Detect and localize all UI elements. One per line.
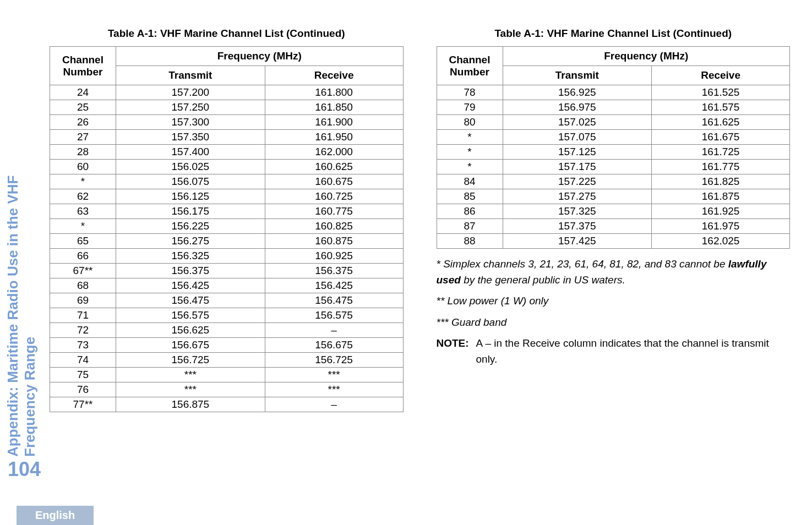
- cell-rx: 162.025: [652, 234, 790, 249]
- col-header-channel: Channel Number: [437, 47, 503, 85]
- cell-rx: 156.675: [265, 338, 403, 353]
- cell-rx: 161.925: [652, 204, 790, 219]
- cell-ch: 86: [437, 204, 503, 219]
- note-label: NOTE:: [437, 336, 476, 367]
- table-row: *156.075160.675: [50, 174, 404, 189]
- table-row: 71156.575156.575: [50, 308, 404, 323]
- table-row: 80157.025161.625: [437, 115, 790, 130]
- cell-rx: 161.625: [652, 115, 790, 130]
- footnote-guardband: *** Guard band: [437, 315, 791, 331]
- cell-tx: 157.225: [503, 174, 652, 189]
- cell-ch: *: [50, 219, 116, 234]
- cell-rx: 161.975: [652, 219, 790, 234]
- cell-ch: 27: [50, 130, 116, 145]
- cell-rx: 161.525: [652, 85, 790, 100]
- cell-rx: 161.800: [265, 85, 403, 100]
- table-row: 87157.375161.975: [437, 219, 790, 234]
- table-row: *157.075161.675: [437, 130, 790, 145]
- cell-tx: 156.075: [116, 174, 265, 189]
- table-row: 24157.200161.800: [50, 85, 404, 100]
- cell-rx: 160.825: [265, 219, 403, 234]
- cell-tx: 157.325: [503, 204, 652, 219]
- footnote-lowpower: ** Low power (1 W) only: [437, 293, 791, 309]
- cell-ch: 60: [50, 160, 116, 174]
- cell-tx: 157.075: [503, 130, 652, 145]
- col-header-transmit: Transmit: [503, 66, 652, 85]
- right-column: Table A-1: VHF Marine Channel List (Cont…: [437, 28, 791, 412]
- cell-tx: 156.325: [116, 249, 265, 264]
- table-row: 77**156.875–: [50, 397, 404, 412]
- table-row: 27157.350161.950: [50, 130, 404, 145]
- footnote-simplex-c: by the general public in US waters.: [461, 274, 625, 286]
- table-row: 67**156.375156.375: [50, 264, 404, 278]
- table-row: 78156.925161.525: [437, 85, 790, 100]
- cell-ch: 24: [50, 85, 116, 100]
- cell-ch: 75: [50, 368, 116, 382]
- page-number: 104: [8, 458, 41, 481]
- cell-tx: 156.425: [116, 278, 265, 293]
- table-row: *156.225160.825: [50, 219, 404, 234]
- col-header-receive: Receive: [265, 66, 403, 85]
- cell-tx: 156.575: [116, 308, 265, 323]
- cell-rx: 161.900: [265, 115, 403, 130]
- cell-rx: 160.875: [265, 234, 403, 249]
- table-row: 25157.250161.850: [50, 100, 404, 115]
- table-row: 74156.725156.725: [50, 353, 404, 368]
- cell-tx: 157.125: [503, 145, 652, 160]
- cell-rx: 160.775: [265, 204, 403, 219]
- sidebar: Appendix: Maritime Radio Use in the VHF …: [0, 0, 39, 525]
- cell-tx: 156.175: [116, 204, 265, 219]
- table-row: 75******: [50, 368, 404, 382]
- col-header-frequency: Frequency (MHz): [503, 47, 790, 66]
- table-row: 69156.475156.475: [50, 293, 404, 308]
- cell-tx: 156.225: [116, 219, 265, 234]
- table-row: 65156.275160.875: [50, 234, 404, 249]
- cell-ch: 71: [50, 308, 116, 323]
- cell-ch: 67**: [50, 264, 116, 278]
- cell-tx: 156.125: [116, 189, 265, 204]
- table-row: 79156.975161.575: [437, 100, 790, 115]
- cell-rx: 160.675: [265, 174, 403, 189]
- col-header-transmit: Transmit: [116, 66, 265, 85]
- cell-ch: 66: [50, 249, 116, 264]
- cell-rx: 161.675: [652, 130, 790, 145]
- cell-tx: 157.300: [116, 115, 265, 130]
- cell-rx: 162.000: [265, 145, 403, 160]
- table-row: 86157.325161.925: [437, 204, 790, 219]
- cell-tx: 157.425: [503, 234, 652, 249]
- cell-rx: 160.925: [265, 249, 403, 264]
- cell-tx: 156.375: [116, 264, 265, 278]
- note-body: A – in the Receive column indicates that…: [476, 336, 791, 367]
- table-row: 84157.225161.825: [437, 174, 790, 189]
- cell-rx: 161.575: [652, 100, 790, 115]
- footnote-simplex-a: * Simplex channels 3, 21, 23, 61, 64, 81…: [437, 258, 728, 270]
- cell-rx: 156.425: [265, 278, 403, 293]
- table-row: 62156.125160.725: [50, 189, 404, 204]
- cell-tx: 156.625: [116, 323, 265, 338]
- cell-ch: 80: [437, 115, 503, 130]
- table-row: 72156.625–: [50, 323, 404, 338]
- cell-rx: 156.725: [265, 353, 403, 368]
- footnotes-block: * Simplex channels 3, 21, 23, 61, 64, 81…: [437, 256, 791, 367]
- cell-tx: 156.275: [116, 234, 265, 249]
- cell-tx: 157.275: [503, 189, 652, 204]
- cell-rx: ***: [265, 368, 403, 382]
- cell-ch: 25: [50, 100, 116, 115]
- section-title-line1: Appendix: Maritime Radio Use in the VHF: [4, 176, 21, 457]
- channel-table-right: Channel Number Frequency (MHz) Transmit …: [437, 46, 791, 249]
- cell-rx: 160.725: [265, 189, 403, 204]
- cell-rx: –: [265, 397, 403, 412]
- cell-ch: 63: [50, 204, 116, 219]
- cell-tx: 156.975: [503, 100, 652, 115]
- col-header-channel: Channel Number: [50, 47, 116, 85]
- cell-rx: ***: [265, 382, 403, 397]
- cell-ch: 77**: [50, 397, 116, 412]
- cell-rx: 160.625: [265, 160, 403, 174]
- table-caption-left: Table A-1: VHF Marine Channel List (Cont…: [50, 28, 404, 40]
- cell-rx: 161.950: [265, 130, 403, 145]
- cell-rx: 161.825: [652, 174, 790, 189]
- cell-ch: 78: [437, 85, 503, 100]
- cell-rx: 161.725: [652, 145, 790, 160]
- cell-rx: 156.375: [265, 264, 403, 278]
- cell-tx: 156.725: [116, 353, 265, 368]
